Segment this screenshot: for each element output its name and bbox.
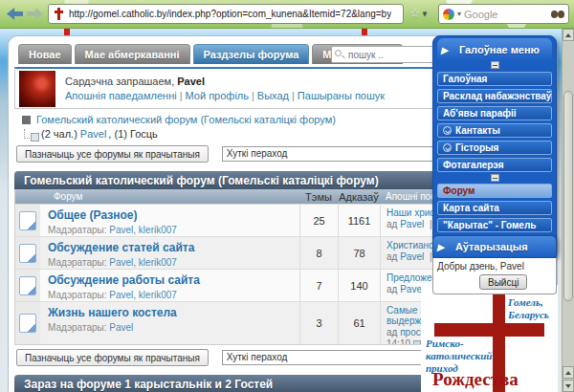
by-label: ад	[386, 251, 397, 262]
page-background: Новае Мае абмеркаванні Раздзелы форума М…	[0, 29, 574, 392]
auth-body: Добры дзень, Pavel Выйсці	[432, 258, 557, 294]
menu-item-history[interactable]: Гісторыя	[437, 141, 552, 155]
collapse-handle-icon[interactable]	[491, 174, 499, 182]
moderator-links[interactable]: Pavel	[109, 322, 133, 333]
last-post-author[interactable]: Pavel	[400, 251, 424, 262]
online-guests: , (1) Госць	[108, 128, 157, 140]
menu-item-contacts[interactable]: Кантакты	[437, 123, 552, 138]
col-header-replies: Адказаў	[338, 191, 380, 203]
welcome-text: Сардэчна запрашаем, Pavel	[65, 76, 385, 87]
logo-location: Гомель,	[508, 296, 543, 308]
moderator-links[interactable]: Pavel, klerik007	[109, 290, 177, 300]
link-advanced-search[interactable]: Пашыраны пошук	[298, 90, 385, 101]
moderator-links[interactable]: Pavel, klerik007	[109, 225, 177, 235]
tab-my-discussions[interactable]: Мае абмеркаванні	[75, 44, 190, 64]
browser-chrome: http://gomel.catholic.by/index.php?optio…	[0, 0, 574, 29]
arrow-up-icon	[565, 371, 571, 375]
by-label: ад	[386, 219, 397, 229]
avatar[interactable]	[19, 71, 55, 107]
site-favicon-icon	[54, 8, 64, 20]
menu-arrow-icon: ►	[434, 241, 450, 253]
replies-count: 140	[338, 270, 380, 301]
menu-item-photo-gallery[interactable]: Фотагалерэя	[437, 158, 552, 172]
link-logout[interactable]: Выхад	[257, 90, 289, 101]
search-engine-label[interactable]: Google	[464, 9, 548, 20]
forward-button[interactable]	[27, 8, 43, 20]
topics-count: 25	[299, 205, 338, 236]
forum-board-icon	[19, 276, 36, 295]
vertical-scrollbar[interactable]	[562, 29, 574, 392]
back-button[interactable]	[7, 8, 23, 20]
tab-forum-sections[interactable]: Раздзелы форума	[193, 44, 310, 64]
tree-branch-icon	[24, 129, 35, 139]
link-my-profile[interactable]: Мой профіль	[186, 90, 249, 101]
menu-item-label: Кантакты	[455, 125, 500, 136]
topics-count: 3	[299, 302, 338, 344]
scroll-down-button[interactable]	[563, 380, 574, 392]
main-menu-title: Галоўнае меню	[459, 44, 540, 55]
forum-link[interactable]: Обсуждение статей сайта	[48, 241, 296, 254]
binoculars-icon[interactable]	[551, 11, 564, 18]
scroll-up-button[interactable]	[563, 29, 574, 41]
online-count: (2 чал.)	[41, 128, 77, 140]
moderators-label: Мадэратары:	[48, 225, 107, 235]
forum-search-input[interactable]	[331, 46, 438, 63]
col-header-topics: Тэмы	[299, 191, 338, 203]
last-post-author[interactable]: Pavel	[400, 219, 424, 229]
menu-item-caritas[interactable]: "Карытас" - Гомель	[437, 218, 552, 232]
user-links: Апошнія паведамленні|Мой профіль|Выхад|П…	[65, 90, 385, 101]
moderators-label: Мадэратары:	[48, 257, 107, 268]
url-text[interactable]: http://gomel.catholic.by/index.php?optio…	[69, 9, 391, 19]
menu-item-schedule[interactable]: Расклад набажэнстваў	[437, 89, 552, 103]
forum-board-icon	[19, 244, 36, 263]
moderators-label: Мадэратары:	[48, 322, 107, 333]
expand-circle-icon	[443, 143, 452, 152]
collapse-handle-icon[interactable]	[491, 61, 499, 69]
scrollbar-thumb[interactable]	[563, 91, 573, 301]
forward-icon	[27, 8, 43, 20]
menu-item-announcements[interactable]: Аб'явы парафіі	[437, 106, 552, 120]
goto-post-icon[interactable]	[413, 340, 421, 344]
root-category-link[interactable]: Гомельский католический форум (Гомельскі…	[36, 114, 336, 125]
menu-item-forum[interactable]: Форум	[437, 184, 552, 198]
logo-location: Беларусь	[508, 309, 549, 320]
auth-greeting: Добры дзень, Pavel	[437, 261, 524, 272]
separator: |	[249, 90, 257, 101]
welcome-username: Pavel	[177, 76, 205, 87]
menu-arrow-icon: ►	[438, 44, 453, 56]
tab-new[interactable]: Новае	[18, 44, 72, 64]
category-icon	[22, 116, 31, 124]
cross-icon	[434, 323, 544, 337]
forum-link[interactable]: Общее (Разное)	[48, 208, 296, 222]
topics-count: 8	[299, 237, 338, 269]
auth-header: ► Аўтарызацыя	[432, 235, 557, 258]
arrow-up-icon	[565, 33, 571, 37]
menu-item-home[interactable]: Галоўная	[437, 72, 552, 86]
by-label: ад	[386, 327, 397, 338]
online-user-link[interactable]: Pavel	[80, 128, 107, 140]
mark-read-button[interactable]: Пазначыць усе форумы як прачытаныя	[16, 145, 209, 163]
forum-board-icon	[19, 211, 36, 230]
forum-link[interactable]: Обсуждение работы сайта	[48, 273, 296, 287]
search-engine-caret-icon[interactable]: ▾	[457, 10, 461, 18]
menu-item-sitemap[interactable]: Карта сайта	[437, 201, 552, 215]
url-bar[interactable]: http://gomel.catholic.by/index.php?optio…	[48, 4, 404, 24]
menu-item-label: Гісторыя	[455, 142, 498, 153]
bookmark-caret-icon[interactable]: ▾	[423, 9, 428, 18]
scroll-up-button[interactable]	[563, 366, 574, 379]
forum-link[interactable]: Жизнь нашего костела	[48, 306, 296, 319]
link-latest-posts[interactable]: Апошнія паведамленні	[65, 90, 177, 101]
topics-count: 7	[299, 270, 338, 301]
bookmark-star[interactable]: ☆ ▾	[409, 6, 427, 20]
browser-search-box[interactable]: ▾ Google	[438, 4, 569, 24]
arrow-down-icon	[565, 384, 571, 388]
parish-logo-panel: Гомель, Беларусь Римско- католический пр…	[421, 285, 558, 392]
star-icon[interactable]: ☆	[409, 6, 421, 20]
moderator-links[interactable]: Pavel, klerik007	[109, 257, 177, 268]
separator: |	[177, 90, 186, 101]
mark-read-button[interactable]: Пазначыць усе форумы як прачытаныя	[16, 349, 209, 366]
moderators-label: Мадэратары:	[48, 290, 107, 300]
logout-button[interactable]: Выйсці	[479, 274, 527, 290]
replies-count: 61	[338, 302, 380, 344]
replies-count: 1161	[338, 205, 380, 236]
